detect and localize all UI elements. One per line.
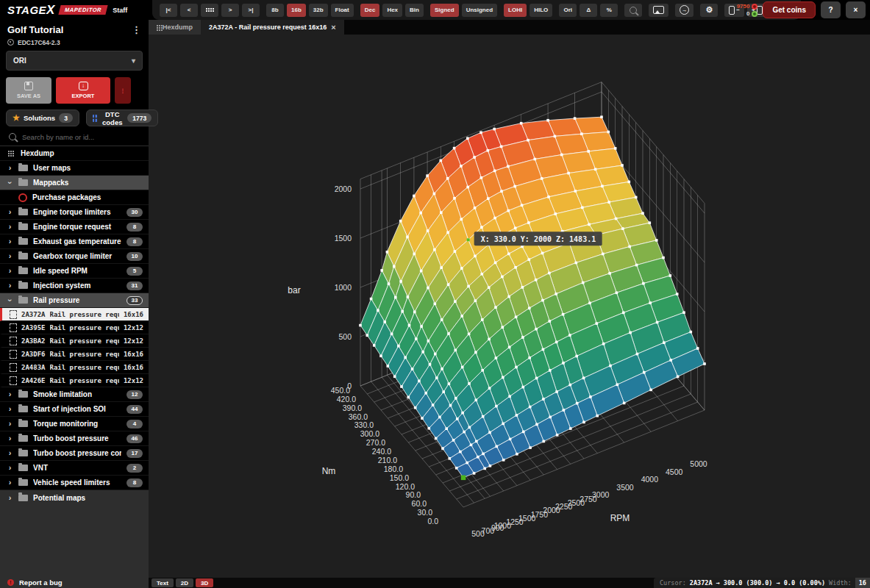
chevron-collapsed-icon[interactable]: ›	[7, 165, 13, 171]
nav-prev-button[interactable]: <	[180, 4, 198, 17]
base-dec-button[interactable]: Dec	[360, 4, 380, 17]
nav-first-button[interactable]: |<	[160, 4, 177, 17]
svg-text:4500: 4500	[666, 467, 683, 476]
svg-text:2000: 2000	[335, 184, 352, 193]
map-item-2A395E[interactable]: 2A395ERail pressure request12x12	[0, 321, 149, 334]
map-item-2A426E[interactable]: 2A426ERail pressure request12x12	[0, 374, 149, 387]
signed-button[interactable]: Signed	[430, 4, 459, 17]
endian-lohi-button[interactable]: LOHI	[504, 4, 527, 17]
view-3d-button[interactable]: 3D	[196, 578, 213, 587]
map-item-2A3BA2[interactable]: 2A3BA2Rail pressure request12x12	[0, 334, 149, 348]
chevron-collapsed-icon[interactable]: ›	[7, 435, 13, 442]
chevron-expanded-icon[interactable]: ›	[7, 179, 13, 186]
goto-button[interactable]: →	[675, 4, 693, 17]
folder-engine-torque-request[interactable]: ›Engine torque request8	[0, 220, 149, 234]
svg-text:0.0: 0.0	[427, 517, 438, 526]
version-select[interactable]: ORI ▾	[6, 51, 143, 71]
folder-icon	[18, 465, 28, 471]
solutions-button[interactable]: ★ Solutions 3	[6, 110, 79, 126]
save-as-button[interactable]: SAVE AS	[6, 77, 51, 104]
settings-button[interactable]: ⚙	[700, 4, 718, 17]
tab-active-map[interactable]: 2A372A - Rail pressure request 16x16 ×	[201, 20, 344, 35]
dtc-codes-button[interactable]: DTC codes 1773	[86, 110, 158, 126]
chevron-collapsed-icon[interactable]: ›	[7, 465, 13, 471]
chevron-collapsed-icon[interactable]: ›	[7, 209, 13, 215]
endian-hilo-button[interactable]: HILO	[530, 4, 552, 17]
sidebar-item-hexdump[interactable]: Hexdump	[0, 146, 149, 161]
map-item-2A372A[interactable]: 2A372ARail pressure request16x16	[0, 308, 149, 321]
close-button[interactable]: ×	[846, 1, 866, 18]
sidebar-item-purchase-packages[interactable]: Purchase packages	[0, 190, 149, 205]
folder-turbo-boost-pressure[interactable]: ›Turbo boost pressure46	[0, 431, 149, 446]
view-ori-button[interactable]: Ori	[559, 4, 577, 17]
folder-engine-torque-limiters[interactable]: ›Engine torque limiters30	[0, 205, 149, 220]
folder-exhaust-gas-temperature-egt[interactable]: ›Exhaust gas temperature EGT8	[0, 234, 149, 249]
chevron-collapsed-icon[interactable]: ›	[7, 391, 13, 398]
map-3d-view[interactable]: 05001000150020000.030.060.090.0120.0150.…	[149, 35, 870, 578]
cursor-cell-marker[interactable]	[461, 476, 466, 481]
chevron-collapsed-icon[interactable]: ›	[7, 495, 13, 501]
export-button[interactable]: ↓ EXPORT	[56, 77, 110, 104]
base-hex-button[interactable]: Hex	[382, 4, 402, 17]
more-actions-button[interactable]: ⋮	[115, 77, 131, 104]
folder-icon	[18, 420, 28, 427]
project-menu-button[interactable]: ⋮	[132, 24, 141, 35]
svg-text:X: 330.0 Y: 2000 Z: 1483.1: X: 330.0 Y: 2000 Z: 1483.1	[481, 235, 596, 243]
folder-vnt[interactable]: ›VNT2	[0, 461, 149, 476]
map-item-2A483A[interactable]: 2A483ARail pressure request16x16	[0, 361, 149, 374]
chevron-collapsed-icon[interactable]: ›	[7, 282, 13, 289]
folder-mappacks[interactable]: ›Mappacks	[0, 176, 149, 190]
grid-view-button[interactable]	[201, 4, 218, 17]
folder-gearbox-torque-limiter[interactable]: ›Gearbox torque limiter10	[0, 249, 149, 264]
view-text-button[interactable]: Text	[151, 578, 174, 587]
chevron-collapsed-icon[interactable]: ›	[7, 223, 13, 230]
wordsize-32b-button[interactable]: 32b	[309, 4, 328, 17]
chevron-collapsed-icon[interactable]: ›	[7, 479, 13, 486]
wordsize-8b-button[interactable]: 8b	[266, 4, 284, 17]
map-item-2A3DF6[interactable]: 2A3DF6Rail pressure request16x16	[0, 348, 149, 361]
svg-text:360.0: 360.0	[349, 412, 368, 421]
folder-turbo-boost-pressure-control[interactable]: ›Turbo boost pressure control17	[0, 446, 149, 461]
search-button[interactable]	[624, 4, 642, 17]
wordsize-16b-button[interactable]: 16b	[287, 4, 306, 17]
folder-torque-monitoring[interactable]: ›Torque monitoring4	[0, 417, 149, 431]
nav-last-button[interactable]: >|	[242, 4, 260, 17]
get-coins-button[interactable]: Get coins	[763, 1, 816, 18]
folder-potential-maps[interactable]: ›Potential maps	[0, 490, 149, 505]
view-delta-button[interactable]: Δ	[580, 4, 597, 17]
chevron-collapsed-icon[interactable]: ›	[7, 406, 13, 412]
view-2d-button[interactable]: 2D	[176, 578, 193, 587]
folder-rail-pressure[interactable]: ›Rail pressure33	[0, 293, 149, 308]
tab-hexdump[interactable]: Hexdump	[149, 20, 201, 35]
ecu-row: EDC17C64-2.3	[0, 37, 149, 47]
version-select-value: ORI	[13, 57, 26, 65]
folder-start-of-injection-soi[interactable]: ›Start of injection SOI44	[0, 402, 149, 417]
chevron-collapsed-icon[interactable]: ›	[7, 253, 13, 259]
folder-user-maps[interactable]: ›User maps	[0, 161, 149, 176]
wordsize-float-button[interactable]: Float	[331, 4, 354, 17]
search-input[interactable]: Search by name or id...	[0, 128, 149, 146]
search-placeholder: Search by name or id...	[22, 133, 94, 141]
unsigned-button[interactable]: Unsigned	[462, 4, 497, 17]
chevron-expanded-icon[interactable]: ›	[7, 297, 13, 304]
chevron-collapsed-icon[interactable]: ›	[7, 268, 13, 274]
view-switcher: Text2D3D	[149, 578, 213, 587]
folder-vehicle-speed-limiters[interactable]: ›Vehicle speed limiters8	[0, 476, 149, 490]
view-percent-button[interactable]: %	[600, 4, 618, 17]
folder-label: Rail pressure	[33, 296, 121, 304]
map-icon	[10, 376, 17, 385]
chevron-collapsed-icon[interactable]: ›	[7, 420, 13, 427]
folder-idle-speed-rpm[interactable]: ›Idle speed RPM5	[0, 264, 149, 279]
chevron-collapsed-icon[interactable]: ›	[7, 450, 13, 456]
help-button[interactable]: ?	[821, 1, 841, 18]
base-bin-button[interactable]: Bin	[405, 4, 424, 17]
folder-injection-system[interactable]: ›Injection system31	[0, 279, 149, 293]
tab-close-icon[interactable]: ×	[331, 23, 335, 32]
chevron-collapsed-icon[interactable]: ›	[7, 238, 13, 245]
nav-next-button[interactable]: >	[221, 4, 239, 17]
map-code: 2A395E	[21, 324, 46, 331]
folder-smoke-limitation[interactable]: ›Smoke limitation12	[0, 387, 149, 402]
map-label: Rail pressure request	[50, 337, 119, 345]
report-bug-link[interactable]: ! Report a bug	[0, 577, 149, 588]
map-preview-button[interactable]	[649, 4, 668, 17]
